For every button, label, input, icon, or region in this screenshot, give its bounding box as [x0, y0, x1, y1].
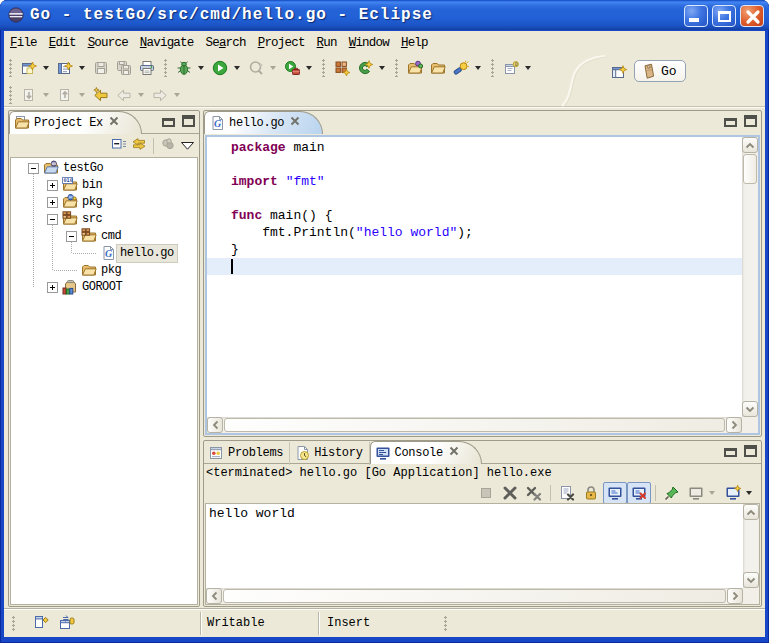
- toolbar-button-save-all[interactable]: [114, 56, 135, 80]
- menu-file[interactable]: File: [6, 31, 41, 56]
- collapse-expander-icon[interactable]: [47, 214, 58, 225]
- toolbar-button-profile[interactable]: [246, 56, 280, 80]
- scroll-left-icon[interactable]: [206, 588, 222, 604]
- toolbar-button-new-go-package[interactable]: [332, 56, 353, 80]
- maximize-view-icon[interactable]: [744, 115, 757, 127]
- scroll-up-icon[interactable]: [743, 504, 759, 520]
- expand-expander-icon[interactable]: [47, 282, 58, 293]
- perspective-go-button[interactable]: Go: [634, 60, 686, 82]
- dropdown-arrow-icon[interactable]: [475, 66, 481, 70]
- dropdown-arrow-icon[interactable]: [79, 66, 85, 70]
- menu-edit[interactable]: Edit: [45, 31, 80, 56]
- tree-item-hello-go[interactable]: Ghello.go: [11, 245, 197, 262]
- dropdown-arrow-icon[interactable]: [746, 491, 752, 495]
- tree-item-cmd[interactable]: cmd: [11, 228, 197, 245]
- dropdown-arrow-icon[interactable]: [43, 66, 49, 70]
- console-button-open-console[interactable]: [721, 482, 758, 504]
- scroll-right-icon[interactable]: [727, 588, 743, 604]
- minimize-view-icon[interactable]: [724, 118, 737, 127]
- menu-project[interactable]: Project: [254, 31, 309, 56]
- scrollbar-thumb[interactable]: [743, 154, 757, 184]
- scroll-up-icon[interactable]: [742, 137, 758, 153]
- tree-item-bin[interactable]: 010bin: [11, 177, 197, 194]
- console-button-remove-launch[interactable]: [498, 482, 522, 504]
- tab-problems[interactable]: Problems: [204, 442, 290, 465]
- console-button-remove-all-launches[interactable]: [522, 482, 546, 504]
- tab-history[interactable]: History: [290, 442, 369, 465]
- tab-project-explorer[interactable]: Project Ex: [9, 111, 142, 134]
- maximize-view-icon[interactable]: [182, 115, 195, 127]
- dropdown-arrow-icon[interactable]: [270, 66, 276, 70]
- toolbar-grip[interactable]: [9, 86, 12, 104]
- toolbar-button-previous-annotation[interactable]: [55, 86, 89, 104]
- view-menu-icon[interactable]: [181, 142, 194, 150]
- scroll-down-icon[interactable]: [743, 572, 759, 588]
- toolbar-button-new-go-app[interactable]: [355, 56, 389, 80]
- toolbar-grip[interactable]: [395, 59, 398, 77]
- close-button[interactable]: [740, 5, 764, 27]
- scroll-right-icon[interactable]: [726, 417, 742, 433]
- toolbar-grip[interactable]: [322, 59, 325, 77]
- toolbar-button-import[interactable]: [405, 56, 426, 80]
- toolbar-grip[interactable]: [164, 59, 167, 77]
- console-button-show-stderr[interactable]: [627, 482, 651, 504]
- editor-horizontal-scrollbar[interactable]: [207, 417, 742, 433]
- scrollbar-thumb[interactable]: [223, 589, 726, 603]
- dropdown-arrow-icon[interactable]: [79, 93, 85, 97]
- collapse-expander-icon[interactable]: [66, 231, 77, 242]
- minimize-view-icon[interactable]: [724, 448, 737, 457]
- dropdown-arrow-icon[interactable]: [198, 66, 204, 70]
- console-output[interactable]: hello world: [209, 505, 295, 522]
- toolbar-button-external-tools[interactable]: [282, 56, 316, 80]
- tree-item-src[interactable]: src: [11, 211, 197, 228]
- open-perspective-button[interactable]: [611, 62, 633, 82]
- toolbar-button-new-go-element[interactable]: [55, 56, 89, 80]
- console-horizontal-scrollbar[interactable]: [206, 588, 743, 604]
- editor-vertical-scrollbar[interactable]: [742, 137, 758, 417]
- console-button-clear-console[interactable]: [555, 482, 579, 504]
- toolbar-button-back[interactable]: [114, 86, 148, 104]
- dropdown-arrow-icon[interactable]: [234, 66, 240, 70]
- toolbar-button-run[interactable]: [210, 56, 244, 80]
- expand-expander-icon[interactable]: [47, 180, 58, 191]
- menu-navigate[interactable]: Navigate: [136, 31, 198, 56]
- toolbar-button-next-annotation[interactable]: [19, 86, 53, 104]
- menu-run[interactable]: Run: [313, 31, 341, 56]
- tree-item-testGo[interactable]: testGo: [11, 160, 197, 177]
- dropdown-arrow-icon[interactable]: [43, 93, 49, 97]
- toolbar-button-debug[interactable]: [174, 56, 208, 80]
- tab-editor-hello-go[interactable]: G hello.go: [204, 111, 323, 134]
- toolbar-grip[interactable]: [491, 59, 494, 77]
- tab-console[interactable]: Console: [370, 441, 482, 464]
- scrollbar-thumb[interactable]: [224, 418, 725, 432]
- dropdown-arrow-icon[interactable]: [379, 66, 385, 70]
- toolbar-button-filter[interactable]: [158, 135, 178, 157]
- maximize-button[interactable]: [712, 5, 736, 27]
- menu-source[interactable]: Source: [84, 31, 132, 56]
- code-area[interactable]: package mainimport "fmt"func main() { fm…: [207, 137, 742, 417]
- menu-window[interactable]: Window: [345, 31, 393, 56]
- dropdown-arrow-icon[interactable]: [525, 66, 531, 70]
- dropdown-arrow-icon[interactable]: [174, 93, 180, 97]
- minimize-button[interactable]: [684, 5, 708, 27]
- close-icon[interactable]: [449, 446, 459, 460]
- toolbar-button-link-editor[interactable]: [129, 135, 149, 157]
- toolbar-button-forward[interactable]: [150, 86, 184, 104]
- menu-help[interactable]: Help: [397, 31, 432, 56]
- menu-search[interactable]: Search: [201, 31, 249, 56]
- dropdown-arrow-icon[interactable]: [709, 491, 715, 495]
- scroll-down-icon[interactable]: [742, 401, 758, 417]
- toolbar-button-new-wizard[interactable]: [19, 56, 53, 80]
- collapse-expander-icon[interactable]: [28, 163, 39, 174]
- toolbar-button-mark-occurrences[interactable]: 0: [501, 56, 535, 80]
- toolbar-button-open-folder[interactable]: [428, 56, 449, 80]
- tree-item-pkg[interactable]: pkg: [11, 194, 197, 211]
- toolbar-button-save[interactable]: [91, 56, 112, 80]
- toolbar-grip[interactable]: [9, 59, 12, 77]
- toolbar-button-collapse-all[interactable]: [109, 135, 129, 157]
- close-icon[interactable]: [109, 116, 119, 130]
- console-button-display-console[interactable]: [684, 482, 721, 504]
- console-button-pin-console[interactable]: [660, 482, 684, 504]
- close-icon[interactable]: [290, 116, 300, 130]
- toolbar-button-print[interactable]: [137, 56, 158, 80]
